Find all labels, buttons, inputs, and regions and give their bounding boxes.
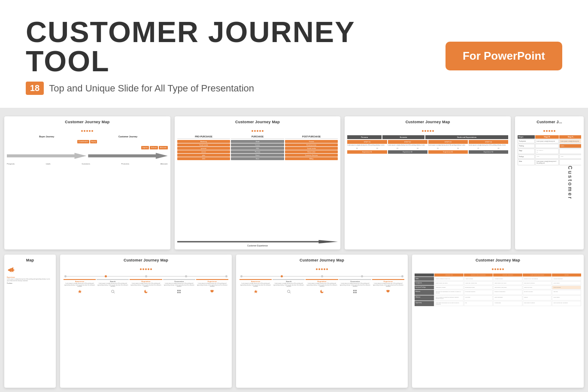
s2-item-social: Social media	[177, 143, 230, 146]
main-title: CUSTOMER JOURNEY TOOL	[26, 17, 446, 76]
s8-o-3: Configuration	[493, 301, 522, 306]
s8-tp-3: Sales person. Inky forms	[493, 281, 522, 285]
customer-experience-label: Customer Experience	[177, 244, 338, 247]
powerpoint-badge: For PowerPoint	[446, 42, 562, 70]
s4-cell-i1: Lorem ipsum is simply dummy text of the …	[535, 159, 559, 165]
slide-card-8[interactable]: Customer Journey Map Awareness Now Resea…	[412, 255, 584, 388]
slide-8-title: Customer Journey Map	[415, 258, 581, 262]
s6-icon-star	[78, 289, 82, 294]
s8-ef-1: Satisfaction Feelings	[434, 286, 464, 289]
s2-item-ceo: CEO	[177, 157, 230, 160]
s8-h3: Purchase/ Conversion	[493, 273, 522, 277]
slide-card-3[interactable]: Customer Journey Map Persona Scenario Go…	[345, 116, 511, 249]
stage-advocate: Advocate	[159, 146, 168, 149]
svg-point-9	[287, 290, 290, 293]
s8-corner	[415, 273, 434, 277]
s2-item-forums: Forums	[285, 140, 338, 143]
s2-item-service: service	[177, 150, 230, 153]
s2-item-invoice: Invoice	[231, 143, 284, 146]
s7-icon-search	[287, 289, 291, 294]
s4-cell-th1	[535, 144, 559, 148]
s3-step1: STEP 01	[347, 140, 387, 144]
slide-7-title: Customer Journey Map	[239, 258, 405, 262]
slide-6-title: Customer Journey Map	[63, 258, 229, 262]
s8-row-emotional: Emotional Feelings	[415, 286, 434, 289]
s6-experience-text: Lorem ipsum is simply dummy text of the …	[196, 283, 228, 288]
s8-o-4: Quick guide to support	[523, 301, 552, 306]
s8-tasks-5: Sharing experience	[552, 277, 581, 281]
s8-ef-3: Seen being in safe hands	[493, 286, 522, 289]
s5-experience-text: Lorem ipsum is simply dummy text of the …	[7, 279, 53, 282]
slide-card-5[interactable]: Map Experience	[4, 255, 56, 388]
s6-timeline-dot5	[225, 275, 227, 277]
s7-reputation-text: Lorem ipsum is simply dummy text of the …	[306, 283, 338, 288]
s7-conversion-text: Lorem ipsum is simply dummy text of the …	[339, 283, 371, 288]
s8-m-3: Required configuration	[493, 290, 522, 295]
svg-rect-11	[353, 290, 355, 291]
slide-card-2[interactable]: Customer Journey Map PRO-PURCHASE PURCHA…	[175, 116, 341, 249]
stage-enthuse: Enthuse	[150, 146, 158, 149]
slide-1-title: Customer Journey Map	[7, 120, 168, 124]
s2-item-custsvc: Customer Services	[285, 154, 338, 157]
s3-num8: 08	[489, 148, 508, 149]
slide-6-dots	[63, 264, 229, 272]
s3-exp1: Experience 01	[347, 150, 387, 154]
s3-scenario: Scenario	[382, 135, 424, 139]
s8-m-2: Not enough presence	[464, 290, 493, 295]
slide-card-1[interactable]: Customer Journey Map Buyer Journey Custo…	[4, 116, 170, 249]
slide-3-dots	[347, 126, 508, 134]
s2-item-email: Email	[231, 140, 284, 143]
s7-icon-grid	[353, 289, 357, 294]
svg-point-2	[111, 290, 114, 293]
s6-awareness-text: Lorem ipsum is simply dummy text of the …	[64, 283, 96, 288]
s4-row-touchpoints: Touchpoints	[518, 139, 535, 143]
svg-rect-14	[355, 292, 357, 293]
s3-text1: Lorem ipsum is simply dummy text of the …	[347, 145, 387, 146]
svg-rect-4	[177, 290, 179, 291]
s3-num6: 06	[449, 148, 468, 149]
slides-section: Customer Journey Map Buyer Journey Custo…	[0, 108, 588, 392]
s3-goals: Goals and Expectations	[425, 135, 508, 139]
s7-awareness-text: Lorem ipsum is simply dummy text of the …	[239, 283, 272, 288]
col-header-postpurchase: POST-PURCHASE	[285, 135, 338, 139]
slide-7-content: Awareness Lorem ipsum is simply dummy te…	[239, 273, 405, 385]
s6-icon-apple	[210, 289, 214, 294]
s8-o-1: What digital technologies can do need to…	[434, 301, 464, 306]
s4-header-stages: Stages	[518, 135, 535, 139]
svg-line-3	[113, 292, 115, 294]
slide-3-content: Persona Scenario Goals and Expectations …	[347, 135, 508, 247]
s4-cell-s1: Very Stage 01 Ds	[535, 149, 559, 154]
customer-exp-arrow	[177, 240, 338, 243]
s4-row-feelings: Feelings	[518, 155, 535, 159]
s8-i-2: Call center	[464, 295, 493, 301]
s8-o-5: How to section pay comments	[552, 301, 581, 306]
slide-4-title: Customer J...	[518, 120, 581, 124]
svg-rect-7	[179, 292, 181, 293]
buyer-journey-label: Buyer Journey	[7, 135, 86, 138]
slide-card-6[interactable]: Customer Journey Map	[60, 255, 232, 388]
s8-row-mindsets: Mindsets	[415, 290, 434, 295]
s4-cell-t1: Lorem ipsum is simply dummy text	[535, 139, 559, 143]
s8-tp-1: Expert advice Call centre	[434, 281, 464, 285]
svg-point-0	[13, 269, 14, 270]
s4-cell-f1: Steps	[535, 155, 559, 159]
s8-i-5: Social media	[552, 295, 581, 301]
slides-row-1: Customer Journey Map Buyer Journey Custo…	[0, 116, 588, 249]
slide-5-title: Map	[7, 258, 53, 262]
customer-journey-label: Customer Journey	[88, 135, 167, 138]
slide-card-4[interactable]: Customer J... Stages Stage 01 Stage 0...…	[515, 116, 584, 249]
s8-h5: Advocacy	[552, 273, 581, 277]
slide-card-7[interactable]: Customer Journey Map	[236, 255, 408, 388]
main-container: CUSTOMER JOURNEY TOOL 18 Top and Unique …	[0, 0, 588, 392]
slide-7-dots	[239, 264, 405, 272]
s7-icon-star	[254, 289, 258, 294]
s4-cell-th2: Lorem...	[559, 144, 581, 148]
slide-4-dots	[518, 126, 581, 134]
s3-text3: Lorem ipsum is simply dummy text of the …	[428, 145, 468, 146]
s3-num7: 07	[469, 148, 488, 149]
s6-reputation-text: Lorem ipsum is simply dummy text of the …	[130, 283, 162, 288]
s2-item-rss: RSS	[231, 147, 284, 150]
s7-icon-apple	[386, 289, 390, 294]
bottom-advocate: Advocate	[161, 163, 168, 165]
slide-2-dots	[177, 126, 338, 134]
